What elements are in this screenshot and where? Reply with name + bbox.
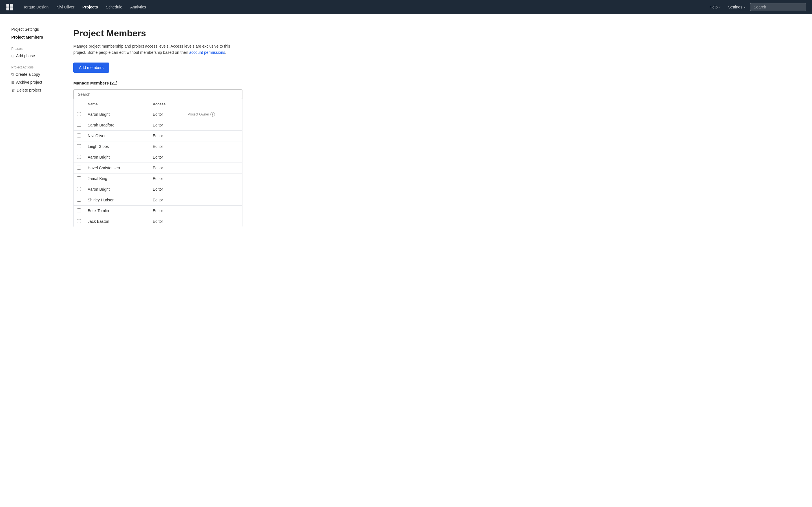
nav-torque-design[interactable]: Torque Design xyxy=(19,0,52,14)
table-row: Jamal KingEditor xyxy=(73,173,242,184)
global-search-input[interactable] xyxy=(750,3,806,11)
table-row: Aaron BrightEditorProject Owner i xyxy=(73,109,242,120)
main-content: Project Members Manage project membershi… xyxy=(62,14,259,507)
add-phase-icon: ⊞ xyxy=(11,54,14,58)
member-checkbox[interactable] xyxy=(77,187,81,191)
nav-nivi-oliver[interactable]: Nivi Oliver xyxy=(52,0,79,14)
sidebar-item-add-phase[interactable]: ⊞ Add phase xyxy=(11,52,56,60)
page-layout: Project Settings Project Members Phases … xyxy=(0,14,812,507)
member-access: Editor xyxy=(149,120,182,130)
members-table: Name Access Aaron BrightEditorProject Ow… xyxy=(73,99,242,227)
member-name: Jack Easton xyxy=(84,216,149,227)
member-owner-cell: Project Owner i xyxy=(182,109,242,120)
settings-chevron-icon: ▾ xyxy=(744,6,746,9)
member-owner-cell xyxy=(182,216,242,227)
page-description: Manage project membership and project ac… xyxy=(73,43,243,56)
member-owner-cell xyxy=(182,194,242,205)
sidebar-item-project-members[interactable]: Project Members xyxy=(11,33,56,41)
table-row: Leigh GibbsEditor xyxy=(73,141,242,152)
member-checkbox[interactable] xyxy=(77,166,81,170)
sidebar: Project Settings Project Members Phases … xyxy=(0,14,62,507)
project-actions-label: Project Actions xyxy=(11,65,56,69)
trash-icon: 🗑 xyxy=(11,88,15,93)
navbar-right: Help ▾ Settings ▾ xyxy=(707,0,806,14)
help-chevron-icon: ▾ xyxy=(719,6,721,9)
add-members-button[interactable]: Add members xyxy=(73,62,109,73)
manage-members-title: Manage Members (21) xyxy=(73,80,243,86)
member-search-input[interactable] xyxy=(73,90,242,99)
member-name: Leigh Gibbs xyxy=(84,141,149,152)
member-access: Editor xyxy=(149,152,182,163)
svg-rect-3 xyxy=(10,7,13,10)
member-name: Brick Tomlin xyxy=(84,205,149,216)
col-checkbox xyxy=(73,99,84,109)
table-row: Aaron BrightEditor xyxy=(73,152,242,163)
col-name-header: Name xyxy=(84,99,149,109)
svg-rect-2 xyxy=(6,7,9,10)
nav-analytics[interactable]: Analytics xyxy=(126,0,150,14)
member-checkbox[interactable] xyxy=(77,176,81,180)
col-owner-header xyxy=(182,99,242,109)
sidebar-item-project-settings[interactable]: Project Settings xyxy=(11,25,56,33)
copy-icon: ⧉ xyxy=(11,72,14,76)
member-owner-cell xyxy=(182,141,242,152)
project-owner-badge: Project Owner i xyxy=(188,112,215,117)
member-access: Editor xyxy=(149,205,182,216)
member-access: Editor xyxy=(149,130,182,141)
app-logo[interactable] xyxy=(6,3,13,11)
member-access: Editor xyxy=(149,173,182,184)
member-name: Jamal King xyxy=(84,173,149,184)
svg-rect-0 xyxy=(6,4,9,6)
member-name: Aaron Bright xyxy=(84,152,149,163)
table-row: Nivi OliverEditor xyxy=(73,130,242,141)
member-checkbox[interactable] xyxy=(77,112,81,116)
member-access: Editor xyxy=(149,216,182,227)
table-row: Sarah BradfordEditor xyxy=(73,120,242,130)
member-name: Shirley Hudson xyxy=(84,194,149,205)
members-table-wrapper: Name Access Aaron BrightEditorProject Ow… xyxy=(73,99,243,227)
table-row: Hazel ChristensenEditor xyxy=(73,163,242,173)
col-access-header: Access xyxy=(149,99,182,109)
member-owner-cell xyxy=(182,130,242,141)
member-name: Aaron Bright xyxy=(84,184,149,194)
member-owner-cell xyxy=(182,205,242,216)
table-row: Brick TomlinEditor xyxy=(73,205,242,216)
member-access: Editor xyxy=(149,163,182,173)
member-access: Editor xyxy=(149,141,182,152)
member-access: Editor xyxy=(149,184,182,194)
table-row: Shirley HudsonEditor xyxy=(73,194,242,205)
nav-schedule[interactable]: Schedule xyxy=(102,0,126,14)
member-owner-cell xyxy=(182,163,242,173)
member-checkbox[interactable] xyxy=(77,144,81,148)
svg-rect-1 xyxy=(10,4,13,6)
member-owner-cell xyxy=(182,184,242,194)
account-permissions-link[interactable]: account permissions xyxy=(189,50,225,55)
member-owner-cell xyxy=(182,173,242,184)
sidebar-item-delete-project[interactable]: 🗑 Delete project xyxy=(11,86,56,94)
member-checkbox[interactable] xyxy=(77,219,81,223)
nav-projects[interactable]: Projects xyxy=(79,0,102,14)
help-button[interactable]: Help ▾ xyxy=(707,0,724,14)
settings-button[interactable]: Settings ▾ xyxy=(725,0,748,14)
member-owner-cell xyxy=(182,120,242,130)
member-owner-cell xyxy=(182,152,242,163)
phases-section-label: Phases xyxy=(11,47,56,51)
member-checkbox[interactable] xyxy=(77,155,81,159)
member-name: Sarah Bradford xyxy=(84,120,149,130)
member-checkbox[interactable] xyxy=(77,123,81,127)
table-row: Aaron BrightEditor xyxy=(73,184,242,194)
project-owner-info-icon[interactable]: i xyxy=(210,112,215,117)
sidebar-item-create-copy[interactable]: ⧉ Create a copy xyxy=(11,70,56,78)
member-name: Hazel Christensen xyxy=(84,163,149,173)
member-access: Editor xyxy=(149,109,182,120)
member-name: Aaron Bright xyxy=(84,109,149,120)
member-access: Editor xyxy=(149,194,182,205)
member-checkbox[interactable] xyxy=(77,209,81,212)
member-name: Nivi Oliver xyxy=(84,130,149,141)
member-checkbox[interactable] xyxy=(77,198,81,202)
member-search-container xyxy=(73,89,243,99)
sidebar-item-archive-project[interactable]: ⊟ Archive project xyxy=(11,78,56,86)
member-checkbox[interactable] xyxy=(77,133,81,137)
archive-icon: ⊟ xyxy=(11,80,14,84)
table-row: Jack EastonEditor xyxy=(73,216,242,227)
